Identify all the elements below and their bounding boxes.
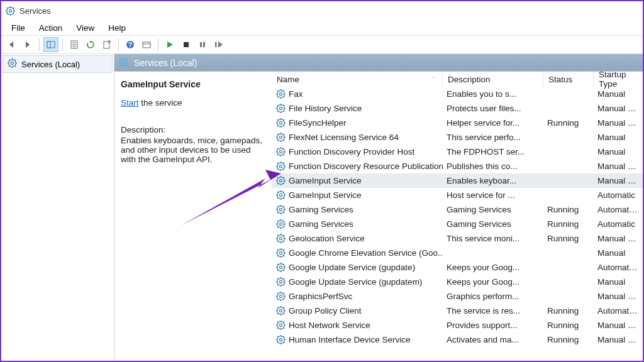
tree-pane: Services (Local)	[1, 54, 114, 361]
show-hide-tree-button[interactable]	[43, 37, 58, 52]
gear-icon	[7, 58, 18, 70]
service-name: Google Chrome Elevation Service (Goo...	[289, 248, 443, 258]
service-row[interactable]: FileSyncHelperHelper service for...Runni…	[272, 116, 643, 130]
service-row[interactable]: File History ServiceProtects user files.…	[272, 101, 643, 116]
service-name: FileSyncHelper	[289, 118, 347, 128]
column-name[interactable]: Nameˆ	[272, 72, 443, 87]
pause-service-button[interactable]	[195, 37, 210, 52]
gear-icon	[118, 57, 129, 68]
gear-icon	[275, 103, 286, 114]
start-service-button[interactable]	[162, 37, 177, 52]
properties-button[interactable]	[67, 37, 82, 52]
service-row[interactable]: GraphicsPerfSvcGraphics perform...Manual…	[272, 289, 643, 304]
gear-icon	[275, 190, 286, 200]
service-description: Protects user files...	[443, 104, 543, 113]
service-description: Keeps your Goog...	[443, 277, 543, 287]
gear-icon	[275, 175, 286, 186]
gear-icon	[275, 248, 286, 258]
content-header: Services (Local)	[114, 54, 643, 72]
service-startup-type: Manual (Trigg...	[594, 118, 643, 128]
service-description: Graphics perform...	[443, 292, 543, 301]
forward-button[interactable]	[20, 37, 35, 52]
service-row[interactable]: Function Discovery Resource PublicationP…	[272, 159, 643, 173]
menu-help[interactable]: Help	[102, 22, 132, 34]
service-row[interactable]: Google Update Service (gupdate)Keeps you…	[272, 260, 643, 275]
service-name: Host Network Service	[289, 321, 370, 330]
refresh-button[interactable]	[83, 37, 98, 52]
stop-service-button[interactable]	[179, 37, 194, 52]
services-icon	[5, 6, 16, 16]
service-description: Helper service for...	[443, 118, 543, 128]
service-name: FlexNet Licensing Service 64	[289, 133, 399, 142]
service-row[interactable]: Group Policy ClientThe service is res...…	[272, 304, 643, 318]
gear-icon	[275, 233, 286, 244]
gear-icon	[275, 89, 286, 99]
gear-icon	[275, 161, 286, 172]
service-description: Provides support...	[443, 321, 543, 330]
menu-file[interactable]: File	[5, 22, 31, 34]
list-header: Nameˆ Description Status Startup Type	[272, 72, 643, 87]
service-status: Running	[543, 335, 594, 344]
service-row[interactable]: Geolocation ServiceThis service moni...R…	[272, 231, 643, 246]
service-startup-type: Manual (Trigg...	[594, 292, 643, 301]
toolbar: ?	[1, 35, 643, 54]
service-row[interactable]: FlexNet Licensing Service 64This service…	[272, 130, 643, 145]
service-startup-type: Manual	[594, 89, 643, 99]
content-heading: Services (Local)	[134, 58, 197, 68]
service-startup-type: Automatic (Tri...	[594, 205, 643, 214]
service-row[interactable]: Human Interface Device ServiceActivates …	[272, 332, 643, 347]
start-service-link[interactable]: Start	[121, 98, 139, 107]
service-row[interactable]: Gaming ServicesGaming ServicesRunningAut…	[272, 202, 643, 217]
service-name: GraphicsPerfSvc	[289, 292, 352, 301]
service-name: File History Service	[289, 104, 362, 113]
gear-icon	[275, 132, 286, 143]
service-startup-type: Manual (Trigg...	[594, 321, 643, 330]
gear-icon	[275, 305, 286, 316]
column-status[interactable]: Status	[543, 72, 594, 87]
service-name: Function Discovery Resource Publication	[289, 162, 443, 171]
view-button[interactable]	[139, 37, 154, 52]
gear-icon	[275, 118, 286, 128]
service-startup-type: Manual (Trigg...	[594, 234, 643, 243]
service-name: GameInput Service	[289, 190, 362, 200]
menu-view[interactable]: View	[70, 22, 101, 34]
service-row[interactable]: Google Chrome Elevation Service (Goo...M…	[272, 246, 643, 260]
service-startup-type: Manual (Trigg...	[594, 162, 643, 171]
service-startup-type: Automatic (Tri...	[594, 306, 643, 315]
menubar: File Action View Help	[1, 20, 643, 35]
service-status: Running	[543, 234, 594, 243]
service-description: Gaming Services	[443, 219, 543, 229]
service-row[interactable]: Host Network ServiceProvides support...R…	[272, 318, 643, 332]
column-description[interactable]: Description	[443, 72, 543, 87]
description-body: Enables keyboards, mice, gamepads, and o…	[121, 136, 265, 164]
service-name: Google Update Service (gupdate)	[289, 263, 415, 272]
service-description: The FDPHOST ser...	[443, 147, 543, 156]
service-name: Google Update Service (gupdatem)	[289, 277, 422, 287]
gear-icon	[275, 291, 286, 302]
service-row[interactable]: Google Update Service (gupdatem)Keeps yo…	[272, 275, 643, 289]
svg-rect-22	[200, 42, 202, 47]
service-startup-type: Manual (Trigg...	[594, 335, 643, 344]
service-row[interactable]: Function Discovery Provider HostThe FDPH…	[272, 145, 643, 159]
window-title: Services	[19, 6, 51, 16]
export-list-button[interactable]	[99, 37, 114, 52]
service-row[interactable]: GameInput ServiceHost service for ...Aut…	[272, 188, 643, 202]
help-button[interactable]: ?	[123, 37, 138, 52]
service-startup-type: Automatic	[594, 219, 643, 229]
gear-icon	[275, 146, 286, 157]
service-row[interactable]: FaxEnables you to s...Manual	[272, 87, 643, 101]
service-status: Running	[543, 219, 594, 229]
column-startup-type[interactable]: Startup Type	[594, 72, 643, 87]
service-description: Gaming Services	[443, 205, 543, 214]
service-status: Running	[543, 321, 594, 330]
service-row[interactable]: Gaming ServicesGaming ServicesRunningAut…	[272, 217, 643, 231]
tree-root-services-local[interactable]: Services (Local)	[3, 55, 113, 73]
back-button[interactable]	[4, 37, 19, 52]
selected-service-title: GameInput Service	[121, 79, 265, 89]
menu-action[interactable]: Action	[33, 22, 69, 34]
gear-icon	[275, 320, 286, 331]
service-row[interactable]: GameInput ServiceEnables keyboar...Manua…	[272, 173, 643, 188]
restart-service-button[interactable]	[211, 37, 226, 52]
content-pane: Services (Local) GameInput Service Start…	[114, 54, 643, 361]
service-startup-type: Manual	[594, 133, 643, 142]
